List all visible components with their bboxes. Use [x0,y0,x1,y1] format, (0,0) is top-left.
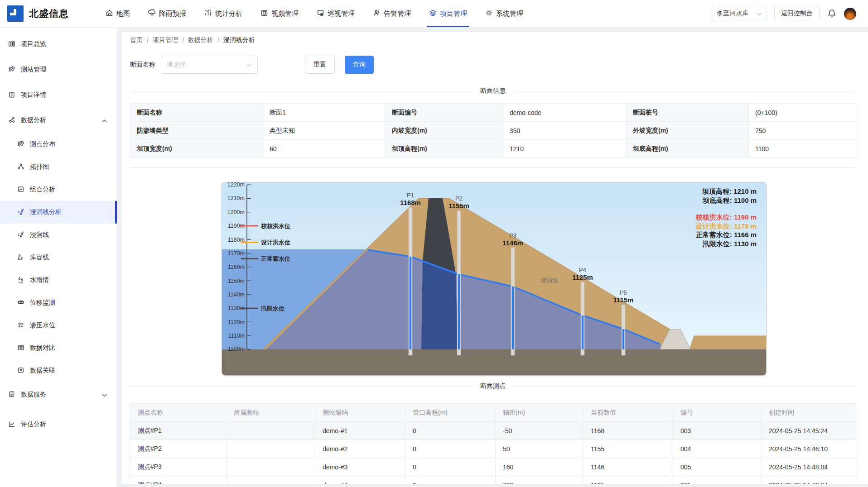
sidebar-item-station-management[interactable]: 测站管理 [0,57,117,82]
linked-box-icon [17,367,24,375]
section-info-table: 断面名称 断面1 断面编号 demo-code 断面桩号 (0+100) 防渗墙… [130,103,856,158]
phreatic-line-label: 浸润线 [540,277,558,284]
server-icon [8,391,15,399]
svg-text:P4: P4 [579,267,586,273]
sidebar-item-data-relation[interactable]: 数据关联 [0,359,117,382]
sidebar-item-evaluation-analysis[interactable]: 评估分析 [0,412,117,437]
normal-storage-level-label: 正常蓄水位 [260,255,290,262]
brand-logo-icon [7,5,24,22]
sidebar-item-point-distribution[interactable]: 测点分布 [0,133,117,156]
patrol-icon [317,9,324,18]
sidebar-item-combined-analysis[interactable]: 组合分析 [0,178,117,201]
svg-text:1170m: 1170m [228,250,245,257]
notification-bell-icon[interactable] [827,9,837,19]
svg-text:1150m: 1150m [228,278,245,284]
sidebar-item-seepage-level[interactable]: 渗压水位 [0,314,117,337]
reservoir-select[interactable]: 冬至河水库 [712,6,767,21]
table-row: 防渗墙类型 类型未知 内坡宽度(m) 350 外坡宽度(m) 750 [130,122,856,140]
table-row: 测点#P4 demo-#4 0 300 1125 005 2024-05-25 … [130,476,856,484]
cell-value: demo-code [503,104,627,122]
nav-item-system[interactable]: 系统管理 [485,0,523,27]
rain-cloud-icon [148,9,156,18]
svg-text:坝顶高程: 1210 m: 坝顶高程: 1210 m [702,187,757,195]
nav-item-rain-forecast[interactable]: 降雨预报 [148,0,186,27]
table-row: 测点#P2 demo-#2 0 50 1155 004 2024-05-25 1… [130,440,856,458]
svg-text:正常蓄水位: 1166 m: 正常蓄水位: 1166 m [696,231,757,239]
nav-menu: 地图 降雨预报 统计分析 视频管理 巡视管理 告警管理 [106,0,523,27]
brand: 北盛信息 [0,5,97,22]
svg-text:1120m: 1120m [228,319,245,325]
sidebar-item-topology[interactable]: 拓扑图 [0,156,117,178]
sidebar-item-data-service[interactable]: 数据服务 [0,382,117,407]
section-points-divider: 断面测点 [130,382,856,391]
section-info-title: 断面信息 [472,87,514,95]
sidebar-item-phreatic-line-analysis[interactable]: 浸润线分析 [0,201,117,224]
section-select[interactable]: 请选择 [161,56,258,74]
table-row: 测点#P1 demo-#1 0 -50 1168 003 2024-05-25 … [130,422,856,440]
rain-drops-icon [17,276,24,285]
sidebar-item-water-rain[interactable]: 水雨情 [0,269,117,291]
seepage-lines-icon [17,321,24,330]
cell-value: 断面1 [263,104,386,122]
sidebar-item-data-analysis[interactable]: 数据分析 [0,108,117,133]
section-name-label: 断面名称 [130,61,155,69]
sidebar-item-displacement-monitor[interactable]: 位移监测 [0,291,117,314]
sidebar-item-data-compare[interactable]: 数据对比 [0,337,117,359]
core-wall-saturated [421,260,458,349]
flood-limit-level-label: 汛限水位 [260,305,285,312]
sidebar-item-phreatic-line[interactable]: 浸润线 [0,224,117,246]
search-button[interactable]: 查询 [345,56,374,74]
nav-item-patrol[interactable]: 巡视管理 [317,0,355,27]
cell-value: 750 [749,122,856,140]
topology-icon [17,163,24,172]
sidebar-item-capacity-curve[interactable]: 库容线 [0,246,117,269]
breadcrumb-current: 浸润线分析 [223,36,255,44]
cell-value: (0+100) [749,104,856,122]
sidebar-item-project-detail[interactable]: 项目详情 [0,82,117,108]
displacement-arrows-icon [17,299,24,307]
cell-label: 断面名称 [130,104,263,122]
section-points-table: 测点名称 所属测站 测站编码 管口高程(m) 轴距(m) 当前数值 编号 创建时… [130,403,856,484]
phreatic-wave-icon [17,208,24,217]
svg-text:1155m: 1155m [448,202,469,210]
svg-text:设计洪水位: 1178 m: 设计洪水位: 1178 m [695,222,757,230]
svg-text:1160m: 1160m [228,264,245,270]
downstream-ground [690,336,766,349]
cell-label: 断面编号 [386,104,503,122]
breadcrumb-home[interactable]: 首页 [130,36,143,44]
cell-value: 350 [503,122,627,140]
breadcrumb-analysis[interactable]: 数据分析 [188,36,213,44]
user-avatar[interactable] [844,8,856,20]
nav-item-project[interactable]: 项目管理 [429,0,467,27]
sidebar-item-project-overview[interactable]: 项目总览 [0,32,117,57]
layers-icon [429,9,437,18]
svg-text:坝底高程: 1100 m: 坝底高程: 1100 m [702,196,757,204]
select-placeholder: 请选择 [167,61,186,69]
svg-text:P3: P3 [509,232,516,239]
nav-item-map[interactable]: 地图 [106,0,130,27]
svg-text:P1: P1 [407,192,414,199]
chart-doc-icon [17,186,24,194]
page: 北盛信息 地图 降雨预报 统计分析 视频管理 巡视管理 [0,0,868,487]
filter-bar: 断面名称 请选择 重置 查询 [130,56,856,74]
map-pin-icon [8,66,15,74]
clipboard-icon [8,91,15,100]
table-row: 测点#P3 demo-#3 0 160 1146 005 2024-05-25 … [130,458,856,476]
back-to-console-button[interactable]: 返回控制台 [774,6,820,21]
cell-label: 坝底高程(m) [627,140,749,158]
svg-text:P2: P2 [455,195,463,202]
svg-text:1168m: 1168m [400,199,421,206]
svg-text:校核洪水位: 1190 m: 校核洪水位: 1190 m [695,213,757,221]
svg-text:1115m: 1115m [613,296,633,304]
main-content: 首页 / 项目管理 / 数据分析 / 浸润线分析 断面名称 请选择 重置 查询 … [121,32,868,484]
nav-item-alarm[interactable]: 告警管理 [373,0,411,27]
section-info-divider: 断面信息 [130,86,856,95]
home-icon [106,9,113,18]
cell-label: 内坡宽度(m) [386,122,503,140]
nav-item-video[interactable]: 视频管理 [260,0,299,27]
svg-text:1100m: 1100m [228,346,245,352]
map-pin-icon [17,140,24,149]
breadcrumb-project[interactable]: 项目管理 [153,36,178,44]
nav-item-statistics[interactable]: 统计分析 [204,0,242,27]
reset-button[interactable]: 重置 [305,56,335,74]
